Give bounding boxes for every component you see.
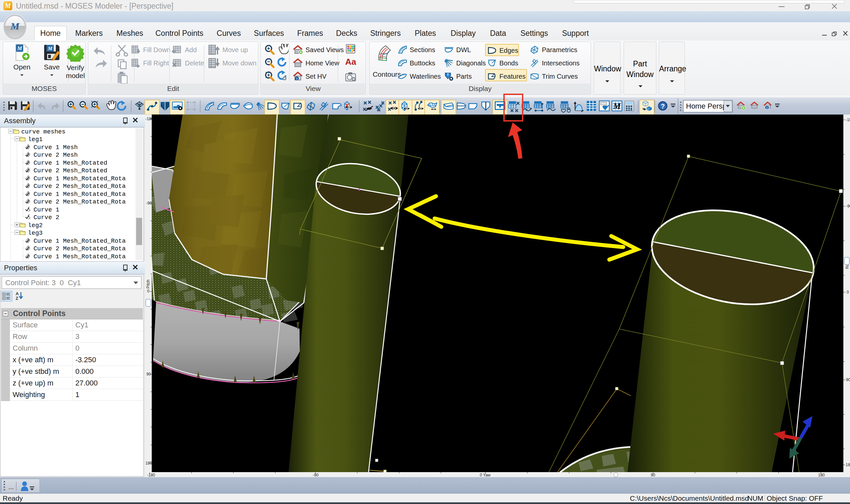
svg-text:Curve 2 Mesh: Curve 2 Mesh xyxy=(34,152,78,159)
svg-text:Curve 1: Curve 1 xyxy=(34,206,59,214)
svg-text:180: 180 xyxy=(846,463,850,467)
svg-text:Curve 2: Curve 2 xyxy=(34,214,59,221)
svg-text:90: 90 xyxy=(146,372,151,377)
svg-text:Curve 2 Mesh_Rotated_Rota: Curve 2 Mesh_Rotated_Rota xyxy=(34,183,126,190)
svg-text:0: 0 xyxy=(147,289,149,293)
svg-text:M: M xyxy=(17,46,22,51)
svg-text:90: 90 xyxy=(651,473,655,477)
svg-text:?: ? xyxy=(661,103,665,110)
svg-text:leg2: leg2 xyxy=(28,222,42,229)
svg-text:-90: -90 xyxy=(846,204,850,209)
svg-text:Curve 1 Mesh_Rotated: Curve 1 Mesh_Rotated xyxy=(34,160,107,167)
svg-text:Home Persp: Home Persp xyxy=(686,102,726,110)
svg-text:M: M xyxy=(613,101,621,111)
svg-text:Curve 2 Mesh_Rotated_Rota: Curve 2 Mesh_Rotated_Rota xyxy=(34,199,126,205)
svg-text:curve meshes: curve meshes xyxy=(21,128,66,136)
svg-text:-180: -180 xyxy=(145,116,152,121)
svg-text:Curve 1 Mesh_Rotated_Rota: Curve 1 Mesh_Rotated_Rota xyxy=(34,175,126,182)
svg-text:0 Yaw: 0 Yaw xyxy=(480,473,491,477)
svg-text:leg3: leg3 xyxy=(28,230,42,237)
svg-text:Aa: Aa xyxy=(345,57,356,67)
svg-text:0: 0 xyxy=(847,290,849,294)
svg-text:90: 90 xyxy=(846,378,850,382)
svg-text:Curve 1 Mesh_Rotated_Rota: Curve 1 Mesh_Rotated_Rota xyxy=(34,191,126,198)
svg-text:-90: -90 xyxy=(313,473,319,477)
svg-text:M: M xyxy=(48,46,52,51)
svg-text:leg1: leg1 xyxy=(28,136,42,143)
svg-text:i: i xyxy=(296,77,297,80)
svg-text:A: A xyxy=(16,291,19,296)
svg-text:Curve 2 Mesh_Rotated: Curve 2 Mesh_Rotated xyxy=(34,167,107,174)
svg-text:Pitch: Pitch xyxy=(146,280,150,289)
svg-text:...: ... xyxy=(8,483,14,490)
svg-text:Curve 1 Mesh: Curve 1 Mesh xyxy=(34,144,78,151)
svg-text:-180: -180 xyxy=(846,118,850,122)
svg-text:Z: Z xyxy=(16,296,18,301)
svg-text:-180: -180 xyxy=(147,473,155,477)
svg-text:Curve 1 Mesh_Rotated_Rota: Curve 1 Mesh_Rotated_Rota xyxy=(34,253,126,260)
svg-text:Curve 2 Mesh_Rotated_Rota: Curve 2 Mesh_Rotated_Rota xyxy=(34,245,126,252)
svg-text:180: 180 xyxy=(818,473,825,477)
svg-text:i: i xyxy=(767,106,768,110)
svg-text:-90: -90 xyxy=(146,201,152,205)
svg-text:180: 180 xyxy=(145,461,152,466)
svg-text:Curve 1 Mesh_Rotated_Rota: Curve 1 Mesh_Rotated_Rota xyxy=(34,238,126,245)
